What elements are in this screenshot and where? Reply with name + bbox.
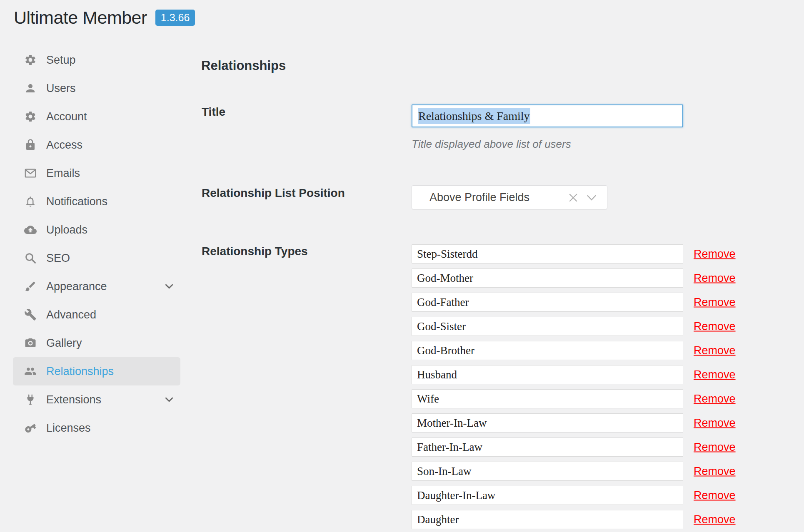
gear-icon [24, 54, 37, 66]
sidebar-item-label: Advanced [46, 308, 96, 321]
type-row: Remove [412, 293, 745, 312]
plug-icon [24, 393, 37, 406]
sidebar-item-label: Setup [46, 54, 76, 67]
position-select[interactable]: Above Profile Fields [412, 185, 607, 209]
sidebar-item-label: Relationships [46, 365, 114, 378]
sidebar-item-emails[interactable]: Emails [13, 159, 180, 187]
type-row: Remove [412, 268, 745, 288]
sidebar-item-label: Users [46, 82, 76, 95]
type-row: Remove [412, 486, 745, 505]
clear-selection-icon[interactable] [567, 191, 579, 204]
remove-link[interactable]: Remove [694, 465, 736, 478]
type-input[interactable] [412, 293, 683, 312]
type-input[interactable] [412, 268, 683, 288]
chevron-down-icon [164, 394, 175, 405]
sidebar-item-account[interactable]: Account [13, 102, 180, 131]
title-field-label: Title [202, 105, 225, 119]
sidebar-item-label: SEO [46, 252, 70, 265]
sidebar-item-advanced[interactable]: Advanced [13, 301, 180, 329]
chevron-down-icon[interactable] [584, 191, 599, 204]
sidebar-item-label: Account [46, 110, 87, 123]
page-title: Relationships [201, 58, 286, 73]
paintbrush-icon [24, 280, 37, 293]
camera-icon [24, 337, 37, 349]
gear-icon [24, 110, 37, 123]
sidebar-item-label: Emails [46, 167, 80, 180]
type-row: Remove [412, 244, 745, 264]
remove-link[interactable]: Remove [694, 248, 736, 261]
settings-sidebar: Setup Users Account Access Emails Notifi… [13, 46, 180, 442]
relationship-types-list: Remove Remove Remove Remove Remove Remov… [412, 244, 745, 532]
remove-link[interactable]: Remove [694, 320, 736, 333]
position-select-value: Above Profile Fields [429, 191, 529, 204]
sidebar-item-relationships[interactable]: Relationships [13, 357, 180, 385]
type-row: Remove [412, 317, 745, 336]
sidebar-item-seo[interactable]: SEO [13, 244, 180, 272]
chevron-down-icon [164, 281, 175, 292]
sidebar-item-gallery[interactable]: Gallery [13, 329, 180, 357]
sidebar-item-label: Notifications [46, 195, 107, 208]
title-field-help-text: Title displayed above list of users [412, 138, 571, 151]
type-row: Remove [412, 462, 745, 481]
remove-link[interactable]: Remove [694, 513, 736, 526]
type-input[interactable] [412, 317, 683, 336]
type-input[interactable] [412, 244, 683, 264]
remove-link[interactable]: Remove [694, 489, 736, 502]
type-row: Remove [412, 389, 745, 408]
envelope-icon [24, 167, 37, 179]
wrench-icon [24, 308, 37, 321]
sidebar-item-users[interactable]: Users [13, 74, 180, 102]
remove-link[interactable]: Remove [694, 393, 736, 405]
key-icon [24, 422, 37, 434]
sidebar-item-access[interactable]: Access [13, 131, 180, 159]
type-input[interactable] [412, 365, 683, 384]
sidebar-item-label: Licenses [46, 422, 91, 435]
version-badge: 1.3.66 [155, 10, 195, 26]
sidebar-item-licenses[interactable]: Licenses [13, 414, 180, 442]
sidebar-item-label: Appearance [46, 280, 107, 293]
sidebar-item-setup[interactable]: Setup [13, 46, 180, 74]
remove-link[interactable]: Remove [694, 296, 736, 309]
remove-link[interactable]: Remove [694, 344, 736, 357]
remove-link[interactable]: Remove [694, 417, 736, 430]
remove-link[interactable]: Remove [694, 368, 736, 381]
type-input[interactable] [412, 438, 683, 457]
type-input[interactable] [412, 486, 683, 505]
user-icon [24, 82, 37, 94]
sidebar-item-extensions[interactable]: Extensions [13, 385, 180, 414]
bell-icon [24, 195, 37, 208]
search-icon [24, 252, 37, 264]
types-field-label: Relationship Types [202, 245, 308, 258]
position-field-label: Relationship List Position [202, 186, 345, 200]
title-input-selected-text: Relationships & Family [418, 108, 530, 124]
users-group-icon [24, 365, 37, 378]
type-input[interactable] [412, 389, 683, 408]
sidebar-item-label: Extensions [46, 393, 101, 406]
type-input[interactable] [412, 510, 683, 529]
sidebar-item-label: Gallery [46, 337, 82, 350]
sidebar-item-label: Uploads [46, 224, 87, 236]
type-row: Remove [412, 438, 745, 457]
type-input[interactable] [412, 413, 683, 433]
type-input[interactable] [412, 462, 683, 481]
ultimate-member-settings-page: Ultimate Member 1.3.66 Setup Users Accou… [0, 0, 804, 532]
sidebar-item-label: Access [46, 139, 82, 152]
sidebar-item-notifications[interactable]: Notifications [13, 187, 180, 216]
type-input[interactable] [412, 341, 683, 360]
type-row: Remove [412, 413, 745, 433]
sidebar-item-appearance[interactable]: Appearance [13, 272, 180, 301]
sidebar-item-uploads[interactable]: Uploads [13, 216, 180, 244]
type-row: Remove [412, 510, 745, 529]
title-input[interactable]: Relationships & Family [412, 104, 683, 127]
remove-link[interactable]: Remove [694, 441, 736, 454]
cloud-upload-icon [24, 224, 37, 236]
type-row: Remove [412, 341, 745, 360]
remove-link[interactable]: Remove [694, 272, 736, 285]
type-row: Remove [412, 365, 745, 384]
lock-icon [24, 139, 37, 151]
app-title: Ultimate Member [14, 7, 147, 28]
app-header: Ultimate Member 1.3.66 [14, 7, 195, 28]
